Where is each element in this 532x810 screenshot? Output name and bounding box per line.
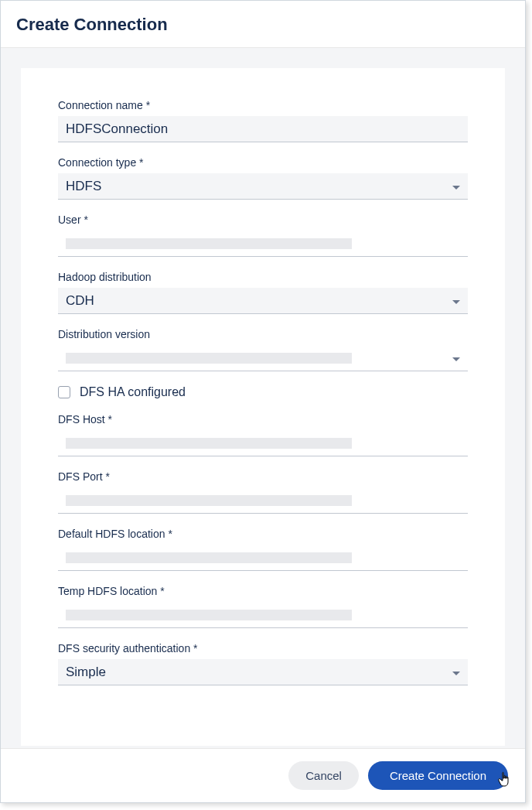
connection-type-value: HDFS [66,179,101,194]
hadoop-distribution-select[interactable]: CDH [58,288,468,314]
hadoop-distribution-value: CDH [66,293,94,309]
dfs-host-label: DFS Host * [58,413,468,426]
temp-hdfs-location-label: Temp HDFS location * [58,585,468,597]
field-dfs-port: DFS Port * [58,470,468,514]
dfs-security-auth-value: Simple [66,665,106,680]
field-connection-type: Connection type * HDFS [58,156,468,200]
dialog-header: Create Connection [1,1,525,48]
field-temp-hdfs-location: Temp HDFS location * [58,585,468,628]
user-input[interactable] [58,231,468,257]
connection-type-label: Connection type * [58,156,468,169]
dfs-ha-label: DFS HA configured [80,385,186,399]
field-default-hdfs-location: Default HDFS location * [58,528,468,571]
field-hadoop-distribution: Hadoop distribution CDH [58,271,468,314]
dialog-title: Create Connection [16,15,510,35]
chevron-down-icon [452,179,460,193]
dialog-footer: Cancel Create Connection [1,748,525,802]
distribution-version-select[interactable] [58,345,468,371]
field-connection-name: Connection name * [58,99,468,142]
dfs-ha-checkbox[interactable] [58,386,70,398]
dfs-port-input[interactable] [58,487,468,514]
chevron-down-icon [452,294,460,308]
connection-name-label: Connection name * [58,99,468,111]
connection-type-select[interactable]: HDFS [58,173,468,200]
user-label: User * [58,214,468,226]
field-dfs-host: DFS Host * [58,413,468,456]
dialog-body: Connection name * Connection type * HDFS… [1,48,525,748]
temp-hdfs-location-input[interactable] [58,602,468,628]
dfs-host-input[interactable] [58,430,468,456]
form-card: Connection name * Connection type * HDFS… [21,68,505,746]
field-dfs-ha: DFS HA configured [58,385,468,399]
connection-name-input[interactable] [58,116,468,142]
field-user: User * [58,214,468,257]
default-hdfs-location-label: Default HDFS location * [58,528,468,540]
dfs-security-auth-label: DFS security authentication * [58,642,468,654]
field-dfs-security-auth: DFS security authentication * Simple [58,642,468,685]
chevron-down-icon [452,351,460,365]
create-connection-dialog: Create Connection Connection name * Conn… [0,0,526,803]
field-distribution-version: Distribution version [58,328,468,371]
cancel-button[interactable]: Cancel [288,761,359,790]
dfs-port-label: DFS Port * [58,470,468,483]
hadoop-distribution-label: Hadoop distribution [58,271,468,283]
distribution-version-label: Distribution version [58,328,468,340]
chevron-down-icon [452,665,460,679]
create-connection-button[interactable]: Create Connection [368,761,508,790]
dfs-security-auth-select[interactable]: Simple [58,659,468,685]
default-hdfs-location-input[interactable] [58,545,468,571]
